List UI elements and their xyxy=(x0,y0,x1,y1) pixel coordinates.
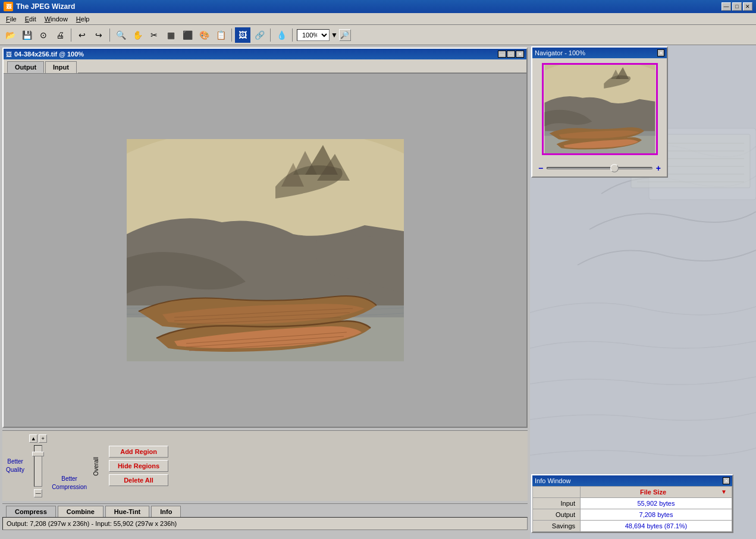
separator-5 xyxy=(292,29,293,42)
better-compression-label: BetterCompression xyxy=(52,475,87,491)
info-column-header: File Size ▼ xyxy=(581,487,732,498)
status-text: Output: 7,208 (297w x 236h) - Input: 55,… xyxy=(7,520,177,527)
eyedropper-button[interactable]: 💧 xyxy=(274,27,289,43)
image-window-titlebar: 🖼 04-384x256.tif @ 100% — □ ✕ xyxy=(4,49,526,59)
tab-output[interactable]: Output xyxy=(7,61,44,73)
tab-compress[interactable]: Compress xyxy=(6,506,56,517)
undo-button[interactable]: ↩ xyxy=(74,27,90,43)
menu-file[interactable]: File xyxy=(2,15,20,23)
info-window-titlebar: Info Window ✕ xyxy=(532,475,732,486)
info-close-button[interactable]: ✕ xyxy=(723,477,730,484)
menu-help[interactable]: Help xyxy=(73,15,93,23)
maximize-button[interactable]: □ xyxy=(732,2,742,11)
info-row-output: Output 7,208 bytes xyxy=(533,509,732,521)
img-minimize-button[interactable]: — xyxy=(498,51,506,58)
quality-slider-track[interactable] xyxy=(34,445,42,487)
navigator-zoom-out[interactable]: − xyxy=(538,163,543,173)
redo-button[interactable]: ↪ xyxy=(91,27,106,43)
window-controls: — □ ✕ xyxy=(722,2,752,11)
title-bar: 🖼 The JPEG Wizard — □ ✕ xyxy=(0,0,756,13)
info-row-input: Input 55,902 bytes xyxy=(533,498,732,509)
info-label-output: Output xyxy=(533,509,581,521)
hand-tool-button[interactable]: ✋ xyxy=(130,27,145,43)
navigator-titlebar: Navigator - 100% ✕ xyxy=(532,48,667,58)
tab-input[interactable]: Input xyxy=(45,61,77,73)
navigator-slider[interactable] xyxy=(547,167,653,169)
quality-label: BetterQuality xyxy=(6,458,24,474)
close-button[interactable]: ✕ xyxy=(743,2,752,11)
image-tabs: Output Input xyxy=(4,59,526,74)
toolbar: 📂 💾 ⊙ 🖨 ↩ ↪ 🔍 ✋ ✂ ▦ ⬛ 🎨 📋 🖼 🔗 💧 100% 50%… xyxy=(0,25,756,45)
separator-2 xyxy=(109,29,110,42)
view-active-button[interactable]: 🖼 xyxy=(235,27,250,43)
zoom-in-button[interactable]: 🔍 xyxy=(113,27,128,43)
region-buttons: Add Region Hide Regions Delete All xyxy=(109,446,168,486)
quality-controls-panel: BetterQuality ▲ + — BetterCompression Ov… xyxy=(2,430,528,501)
quality-slider-thumb[interactable] xyxy=(32,452,44,456)
open-file-button[interactable]: 📂 xyxy=(2,27,18,43)
zoom-select[interactable]: 100% 50% 200% Fit xyxy=(297,29,330,41)
info-table: File Size ▼ Input 55,902 bytes Output 7,… xyxy=(532,486,732,532)
svg-rect-24 xyxy=(544,65,655,153)
app-icon: 🖼 xyxy=(4,2,13,11)
link-button[interactable]: 🔗 xyxy=(252,27,267,43)
quality-controls: BetterQuality ▲ + — BetterCompression Ov… xyxy=(6,434,524,497)
info-window-title: Info Window xyxy=(535,477,571,484)
svg-rect-10 xyxy=(127,139,404,361)
image-window: 🖼 04-384x256.tif @ 100% — □ ✕ Output Inp… xyxy=(2,48,528,428)
img-maximize-button[interactable]: □ xyxy=(507,51,515,58)
img-close-button[interactable]: ✕ xyxy=(516,51,524,58)
grid-button[interactable]: ▦ xyxy=(163,27,178,43)
delete-all-button[interactable]: Delete All xyxy=(109,474,168,486)
status-bar: Output: 7,208 (297w x 236h) - Input: 55,… xyxy=(2,517,528,530)
image-window-controls: — □ ✕ xyxy=(498,51,524,58)
hide-regions-button[interactable]: Hide Regions xyxy=(109,460,168,472)
navigator-preview xyxy=(532,58,667,160)
zoom-control: 100% 50% 200% Fit ▼ 🔎 xyxy=(297,29,351,41)
info-value-output: 7,208 bytes xyxy=(581,509,732,521)
print-button[interactable]: 🖨 xyxy=(52,27,68,43)
tab-info[interactable]: Info xyxy=(151,506,181,517)
main-content: 🖼 04-384x256.tif @ 100% — □ ✕ Output Inp… xyxy=(0,45,756,539)
info-label-input: Input xyxy=(533,498,581,509)
navigator-slider-row: − + xyxy=(532,160,667,176)
select-color-button[interactable]: 🎨 xyxy=(196,27,212,43)
menu-edit[interactable]: Edit xyxy=(21,15,40,23)
navigator-slider-thumb[interactable] xyxy=(610,164,619,172)
navigator-zoom-in[interactable]: + xyxy=(656,163,661,173)
info-label-savings: Savings xyxy=(533,521,581,532)
slider-down-button[interactable]: — xyxy=(34,489,42,497)
image-display xyxy=(127,139,404,361)
info-value-input: 55,902 bytes xyxy=(581,498,732,509)
left-panel: 🖼 04-384x256.tif @ 100% — □ ✕ Output Inp… xyxy=(0,45,530,539)
navigator-close-button[interactable]: ✕ xyxy=(657,49,664,56)
select-region-button[interactable]: ⬛ xyxy=(180,27,195,43)
separator-1 xyxy=(71,29,71,42)
tab-combine[interactable]: Combine xyxy=(58,506,103,517)
zoom-magnify-button[interactable]: 🔎 xyxy=(339,29,351,41)
right-panel: Navigator - 100% ✕ xyxy=(530,45,756,539)
tab-hue-tint[interactable]: Hue-Tint xyxy=(105,506,149,517)
overall-label: Overall xyxy=(93,457,99,476)
app-title: The JPEG Wizard xyxy=(16,2,75,11)
separator-4 xyxy=(270,29,271,42)
slider-up-button[interactable]: ▲ xyxy=(29,434,37,443)
crop-button[interactable]: ✂ xyxy=(146,27,162,43)
navigator-image xyxy=(542,63,658,155)
save-file-button[interactable]: 💾 xyxy=(19,27,34,43)
info-value-savings: 48,694 bytes (87.1%) xyxy=(581,521,732,532)
separator-3 xyxy=(231,29,232,42)
bottom-tabs: Compress Combine Hue-Tint Info xyxy=(2,503,528,517)
menu-window[interactable]: Window xyxy=(41,15,71,23)
info-dropdown-arrow[interactable]: ▼ xyxy=(721,488,727,495)
navigator-window: Navigator - 100% ✕ xyxy=(531,46,668,178)
slider-right-button[interactable]: + xyxy=(39,434,47,443)
copy-button[interactable]: 📋 xyxy=(213,27,228,43)
minimize-button[interactable]: — xyxy=(722,2,731,11)
image-window-title: 04-384x256.tif @ 100% xyxy=(14,51,84,58)
info-window: Info Window ✕ File Size ▼ Input xyxy=(531,474,733,533)
navigator-title: Navigator - 100% xyxy=(535,49,585,56)
capture-button[interactable]: ⊙ xyxy=(36,27,51,43)
info-row-savings: Savings 48,694 bytes (87.1%) xyxy=(533,521,732,532)
add-region-button[interactable]: Add Region xyxy=(109,446,168,458)
